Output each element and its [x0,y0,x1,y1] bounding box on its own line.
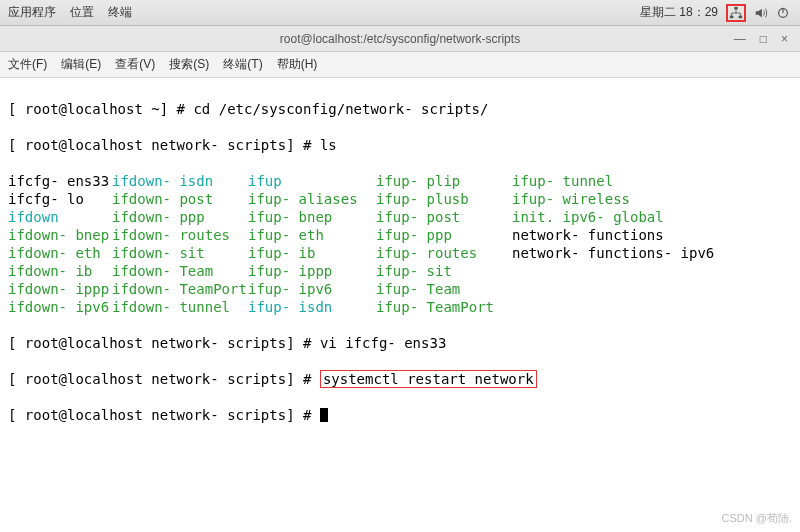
file-entry: ifup- plusb [376,190,512,208]
file-entry: ifup- ib [248,244,376,262]
prompt: [ root@localhost network- scripts] # [8,407,320,423]
menu-help[interactable]: 帮助(H) [277,56,318,73]
apps-menu[interactable]: 应用程序 [8,4,56,21]
power-icon[interactable] [776,6,790,20]
watermark: CSDN @荀陆. [722,511,792,526]
window-title: root@localhost:/etc/sysconfig/network-sc… [280,32,520,46]
system-top-panel: 应用程序 位置 终端 星期二 18：29 [0,0,800,26]
file-entry: ifup- ipv6 [248,280,376,298]
clock[interactable]: 星期二 18：29 [640,4,718,21]
cursor [320,408,328,422]
file-entry: ifdown- TeamPort [112,280,248,298]
file-entry: ifdown- ib [8,262,112,280]
menu-file[interactable]: 文件(F) [8,56,47,73]
file-entry: ifdown- ippp [8,280,112,298]
file-entry: ifup- plip [376,172,512,190]
svg-rect-1 [730,15,734,18]
places-menu[interactable]: 位置 [70,4,94,21]
file-entry: ifdown- routes [112,226,248,244]
network-highlight [726,4,746,22]
file-entry: ifcfg- lo [8,190,112,208]
cmd-vi: vi ifcfg- ens33 [320,335,446,351]
file-entry: ifdown- eth [8,244,112,262]
menu-terminal[interactable]: 终端(T) [223,56,262,73]
file-entry: ifcfg- ens33 [8,172,112,190]
svg-rect-2 [739,15,743,18]
file-entry: ifup- wireless [512,190,712,208]
cmd-cd: cd /etc/sysconfig/network- scripts/ [193,101,488,117]
file-entry: ifup- Team [376,280,512,298]
menu-edit[interactable]: 编辑(E) [61,56,101,73]
file-entry: ifup- bnep [248,208,376,226]
file-entry: ifdown- bnep [8,226,112,244]
file-entry: ifup- ippp [248,262,376,280]
file-entry: ifup- aliases [248,190,376,208]
ls-output: ifcfg- ens33ifdown- isdnifupifup- plipif… [8,172,792,316]
file-entry: ifup- ppp [376,226,512,244]
prompt: [ root@localhost network- scripts] # [8,335,320,351]
file-entry [512,298,712,316]
file-entry: ifup- isdn [248,298,376,316]
file-entry [512,280,712,298]
file-entry: ifdown [8,208,112,226]
volume-icon[interactable] [754,6,768,20]
file-entry: ifdown- ppp [112,208,248,226]
file-entry: ifup- routes [376,244,512,262]
file-entry: ifdown- post [112,190,248,208]
file-entry: ifup- sit [376,262,512,280]
file-entry: ifup- post [376,208,512,226]
network-icon[interactable] [729,6,743,20]
file-entry: network- functions [512,226,712,244]
file-entry: ifdown- sit [112,244,248,262]
file-entry: ifdown- tunnel [112,298,248,316]
file-entry: ifup [248,172,376,190]
cmd-systemctl-highlight: systemctl restart network [320,370,537,388]
prompt: [ root@localhost network- scripts] # [8,137,320,153]
window-titlebar[interactable]: root@localhost:/etc/sysconfig/network-sc… [0,26,800,52]
file-entry: ifup- tunnel [512,172,712,190]
cmd-ls: ls [320,137,337,153]
file-entry: ifdown- isdn [112,172,248,190]
prompt: [ root@localhost ~] # [8,101,193,117]
menu-search[interactable]: 搜索(S) [169,56,209,73]
menu-view[interactable]: 查看(V) [115,56,155,73]
file-entry [512,262,712,280]
file-entry: init. ipv6- global [512,208,712,226]
menubar: 文件(F) 编辑(E) 查看(V) 搜索(S) 终端(T) 帮助(H) [0,52,800,78]
file-entry: network- functions- ipv6 [512,244,712,262]
terminal-menu[interactable]: 终端 [108,4,132,21]
terminal-output[interactable]: [ root@localhost ~] # cd /etc/sysconfig/… [0,78,800,446]
maximize-button[interactable]: □ [760,32,767,46]
svg-rect-0 [734,6,738,9]
prompt: [ root@localhost network- scripts] # [8,371,320,387]
file-entry: ifdown- Team [112,262,248,280]
file-entry: ifdown- ipv6 [8,298,112,316]
file-entry: ifup- eth [248,226,376,244]
file-entry: ifup- TeamPort [376,298,512,316]
close-button[interactable]: × [781,32,788,46]
minimize-button[interactable]: — [734,32,746,46]
